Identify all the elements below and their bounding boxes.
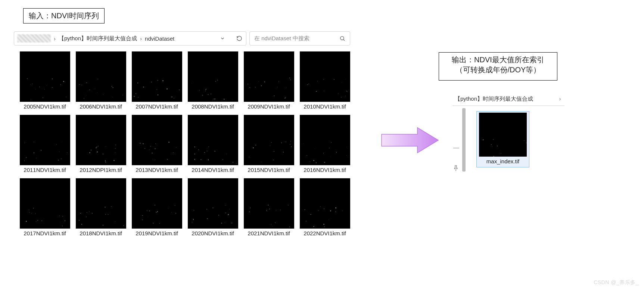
file-item[interactable]: 2013NDVI1km.tif (130, 115, 183, 174)
file-name: 2011NDVI1km.tif (18, 167, 71, 174)
file-item[interactable]: 2005NDVI1km.tif (18, 51, 71, 110)
search-input[interactable]: 在 ndviDataset 中搜索 (249, 31, 350, 45)
pin-icon[interactable] (452, 165, 459, 172)
file-item[interactable]: 2008NDVI1km.tif (186, 51, 239, 110)
search-placeholder: 在 ndviDataset 中搜索 (254, 35, 309, 42)
file-thumbnail (188, 178, 238, 229)
refresh-icon[interactable] (236, 35, 242, 41)
file-thumbnail (20, 51, 70, 102)
output-label-box: 输出：NDVI最大值所在索引 （可转换成年份/DOY等） (439, 52, 557, 81)
file-name: 2010NDVI1km.tif (298, 103, 351, 110)
file-name: 2005NDVI1km.tif (18, 103, 71, 110)
output-file-item[interactable]: max_index.tif (476, 111, 529, 167)
file-item[interactable]: 2011NDVI1km.tif (18, 115, 71, 174)
file-name: 2008NDVI1km.tif (186, 103, 239, 110)
right-file-area: max_index.tif (471, 106, 564, 178)
file-thumbnail (132, 115, 182, 165)
file-thumbnail (20, 115, 70, 165)
file-name: 2021NDVI1km.tif (242, 230, 295, 237)
file-thumbnail (300, 115, 350, 165)
file-item[interactable]: 2021NDVI1km.tif (242, 178, 295, 237)
breadcrumb-segment-1[interactable]: 【python】时间序列最大值合成 (59, 35, 137, 42)
file-item[interactable]: 2017NDVI1km.tif (18, 178, 71, 237)
file-name: 2015NDVI1km.tif (242, 167, 295, 174)
arrow-icon (380, 125, 440, 157)
file-thumbnail (188, 115, 238, 165)
input-label-text: 输入：NDVI时间序列 (29, 12, 99, 20)
right-breadcrumb-text[interactable]: 【python】时间序列最大值合成 (455, 95, 533, 103)
watermark: CSDN @_养乐多_ (594, 279, 639, 286)
chevron-down-icon[interactable] (220, 36, 225, 41)
svg-line-1 (343, 40, 345, 41)
file-thumbnail (479, 113, 527, 157)
file-item[interactable]: 2009NDVI1km.tif (242, 51, 295, 110)
right-explorer: 【python】时间序列最大值合成 max_index.tif (452, 92, 564, 178)
redacted-root (17, 34, 51, 43)
file-name: 2012NDPI1km.tif (74, 167, 127, 174)
file-name: 2016NDVI1km.tif (298, 167, 351, 174)
file-item[interactable]: 2012NDPI1km.tif (74, 115, 127, 174)
right-body: max_index.tif (452, 106, 564, 178)
file-item[interactable]: 2019NDVI1km.tif (130, 178, 183, 237)
file-item[interactable]: 2007NDVI1km.tif (130, 51, 183, 110)
file-thumbnail (244, 115, 294, 165)
file-name: 2017NDVI1km.tif (18, 230, 71, 237)
file-item[interactable]: 2015NDVI1km.tif (242, 115, 295, 174)
scrollbar[interactable] (462, 108, 466, 172)
file-item[interactable]: 2018NDVI1km.tif (74, 178, 127, 237)
file-item[interactable]: 2020NDVI1km.tif (186, 178, 239, 237)
file-thumbnail (188, 51, 238, 102)
file-grid: 2005NDVI1km.tif2006NDVI1km.tif2007NDVI1k… (14, 49, 354, 237)
breadcrumb-segment-2[interactable]: ndviDataset (145, 35, 174, 42)
file-name: 2014NDVI1km.tif (186, 167, 239, 174)
file-thumbnail (300, 178, 350, 229)
file-thumbnail (132, 51, 182, 102)
collapse-handle-icon[interactable] (453, 148, 459, 148)
file-name: max_index.tif (477, 158, 528, 165)
file-name: 2019NDVI1km.tif (130, 230, 183, 237)
path-row: › 【python】时间序列最大值合成 › ndviDataset 在 ndvi… (14, 31, 354, 45)
file-thumbnail (20, 178, 70, 229)
file-name: 2018NDVI1km.tif (74, 230, 127, 237)
file-item[interactable]: 2010NDVI1km.tif (298, 51, 351, 110)
file-item[interactable]: 2014NDVI1km.tif (186, 115, 239, 174)
file-name: 2013NDVI1km.tif (130, 167, 183, 174)
output-label-line2: （可转换成年份/DOY等） (444, 65, 552, 75)
file-thumbnail (244, 51, 294, 102)
file-name: 2006NDVI1km.tif (74, 103, 127, 110)
file-item[interactable]: 2016NDVI1km.tif (298, 115, 351, 174)
file-name: 2022NDVI1km.tif (298, 230, 351, 237)
file-name: 2020NDVI1km.tif (186, 230, 239, 237)
svg-point-0 (340, 37, 344, 40)
file-thumbnail (300, 51, 350, 102)
file-item[interactable]: 2022NDVI1km.tif (298, 178, 351, 237)
svg-marker-2 (382, 128, 438, 153)
file-thumbnail (244, 178, 294, 229)
file-thumbnail (76, 51, 126, 102)
left-explorer: › 【python】时间序列最大值合成 › ndviDataset 在 ndvi… (14, 31, 354, 237)
breadcrumb-separator: › (139, 35, 143, 42)
input-label-box: 输入：NDVI时间序列 (23, 8, 105, 23)
breadcrumb[interactable]: › 【python】时间序列最大值合成 › ndviDataset (14, 31, 246, 45)
file-item[interactable]: 2006NDVI1km.tif (74, 51, 127, 110)
right-breadcrumb[interactable]: 【python】时间序列最大值合成 (452, 92, 564, 106)
output-label-line1: 输出：NDVI最大值所在索引 (444, 55, 552, 65)
side-gutter (452, 106, 471, 178)
file-name: 2009NDVI1km.tif (242, 103, 295, 110)
file-name: 2007NDVI1km.tif (130, 103, 183, 110)
file-thumbnail (132, 178, 182, 229)
breadcrumb-separator: › (53, 35, 56, 42)
file-thumbnail (76, 115, 126, 165)
search-icon[interactable] (339, 35, 345, 41)
chevron-right-icon[interactable] (558, 97, 562, 101)
file-thumbnail (76, 178, 126, 229)
